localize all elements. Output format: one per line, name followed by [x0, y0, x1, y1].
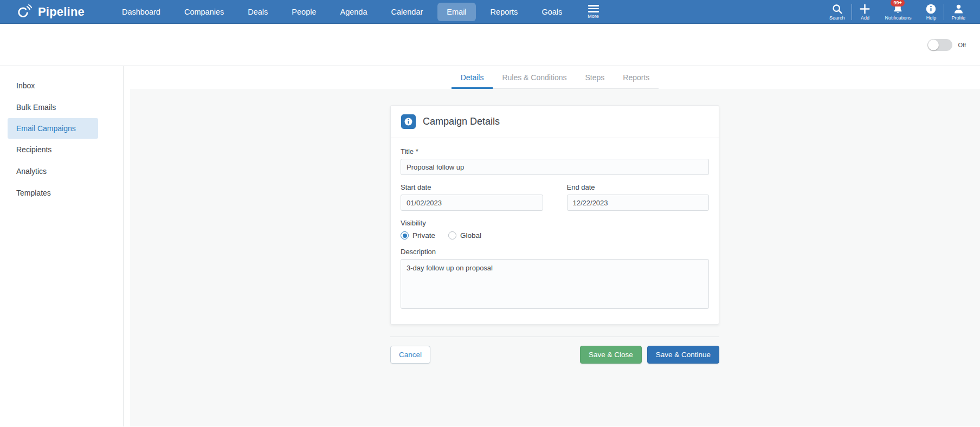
add-button[interactable]: Add: [852, 3, 878, 21]
sidebar-item-templates[interactable]: Templates: [0, 182, 123, 204]
sidebar-item-recipients[interactable]: Recipients: [0, 139, 123, 160]
hamburger-icon: [588, 5, 599, 12]
start-date-label: Start date: [401, 183, 543, 191]
search-label: Search: [829, 16, 845, 21]
title-field-label: Title *: [401, 147, 709, 156]
main-region: Details Rules & Conditions Steps Reports…: [124, 66, 980, 426]
nav-item-people[interactable]: People: [282, 3, 325, 21]
profile-button[interactable]: Profile: [944, 3, 972, 21]
radio-global[interactable]: [448, 231, 456, 240]
email-sidebar: Inbox Bulk Emails Email Campaigns Recipi…: [0, 66, 124, 426]
brand-name: Pipeline: [38, 5, 85, 19]
nav-item-calendar[interactable]: Calendar: [382, 3, 432, 21]
tab-details[interactable]: Details: [452, 66, 493, 89]
plus-icon: [859, 3, 871, 15]
help-label: Help: [926, 16, 937, 21]
nav-more-menu[interactable]: More: [588, 5, 599, 19]
toggle-knob: [928, 40, 939, 50]
cancel-button[interactable]: Cancel: [390, 346, 430, 364]
description-label: Description: [401, 248, 709, 256]
radio-global-label: Global: [460, 231, 481, 240]
card-title: Campaign Details: [423, 116, 500, 127]
sidebar-item-inbox[interactable]: Inbox: [0, 75, 123, 96]
nav-item-reports[interactable]: Reports: [481, 3, 527, 21]
top-navigation: Pipeline Dashboard Companies Deals Peopl…: [0, 0, 980, 24]
nav-item-agenda[interactable]: Agenda: [331, 3, 376, 21]
date-row: Start date End date: [401, 175, 709, 211]
add-label: Add: [861, 16, 869, 21]
campaign-panel: Details Rules & Conditions Steps Reports…: [130, 66, 980, 426]
description-textarea[interactable]: 3-day follow up on proposal: [401, 259, 709, 309]
start-date-field: Start date: [401, 175, 543, 211]
form-actions-row: Cancel Save & Close Save & Continue: [390, 346, 719, 364]
nav-item-companies[interactable]: Companies: [175, 3, 233, 21]
info-icon: [925, 3, 937, 15]
save-continue-button[interactable]: Save & Continue: [647, 346, 719, 364]
visibility-label: Visibility: [401, 219, 709, 227]
nav-more-label: More: [588, 14, 599, 19]
nav-item-email[interactable]: Email: [437, 3, 475, 21]
card-header: Campaign Details: [391, 106, 719, 138]
pipeline-spiral-icon: [15, 3, 33, 21]
notifications-label: Notifications: [885, 16, 911, 21]
campaign-tabstrip: Details Rules & Conditions Steps Reports: [130, 66, 980, 89]
nav-item-deals[interactable]: Deals: [238, 3, 277, 21]
start-date-input[interactable]: [401, 195, 543, 211]
end-date-label: End date: [567, 183, 710, 191]
card-body: Title * Start date End date Visibility: [391, 138, 719, 324]
end-date-field: End date: [567, 175, 710, 211]
primary-nav: Dashboard Companies Deals People Agenda …: [113, 3, 571, 21]
sidebar-item-bulk-emails[interactable]: Bulk Emails: [0, 96, 123, 118]
visibility-global-option[interactable]: Global: [448, 231, 481, 240]
sidebar-item-analytics[interactable]: Analytics: [0, 160, 123, 182]
notifications-count-badge: 99+: [891, 0, 904, 7]
off-toggle-switch[interactable]: [927, 39, 952, 51]
campaign-details-card: Campaign Details Title * Start date End …: [390, 105, 719, 325]
toggle-state-label: Off: [958, 42, 966, 48]
brand-logo[interactable]: Pipeline: [0, 3, 101, 21]
search-icon: [831, 3, 843, 15]
help-button[interactable]: Help: [918, 3, 944, 21]
notifications-button[interactable]: 99+ Notifications: [878, 3, 918, 21]
tab-group: Details Rules & Conditions Steps Reports: [452, 66, 659, 89]
visibility-private-option[interactable]: Private: [401, 231, 435, 240]
person-icon: [953, 3, 964, 15]
tab-rules-conditions[interactable]: Rules & Conditions: [493, 66, 576, 89]
sidebar-item-email-campaigns[interactable]: Email Campaigns: [8, 118, 98, 139]
page-subheader: Off: [0, 24, 980, 66]
tab-reports[interactable]: Reports: [614, 66, 659, 89]
profile-label: Profile: [951, 16, 965, 21]
content-area: Inbox Bulk Emails Email Campaigns Recipi…: [0, 66, 980, 426]
campaign-info-icon: [401, 114, 416, 129]
nav-utility-group: Search Add 99+ Notifications Help: [822, 3, 980, 21]
save-close-button[interactable]: Save & Close: [580, 346, 642, 364]
visibility-options: Private Global: [401, 230, 709, 240]
nav-item-goals[interactable]: Goals: [532, 3, 571, 21]
title-input[interactable]: [401, 159, 709, 175]
nav-item-dashboard[interactable]: Dashboard: [113, 3, 170, 21]
radio-private[interactable]: [401, 231, 409, 240]
end-date-input[interactable]: [567, 195, 710, 211]
form-actions-divider: [390, 337, 719, 337]
search-button[interactable]: Search: [822, 3, 852, 21]
radio-private-label: Private: [412, 231, 435, 240]
tab-steps[interactable]: Steps: [576, 66, 614, 89]
